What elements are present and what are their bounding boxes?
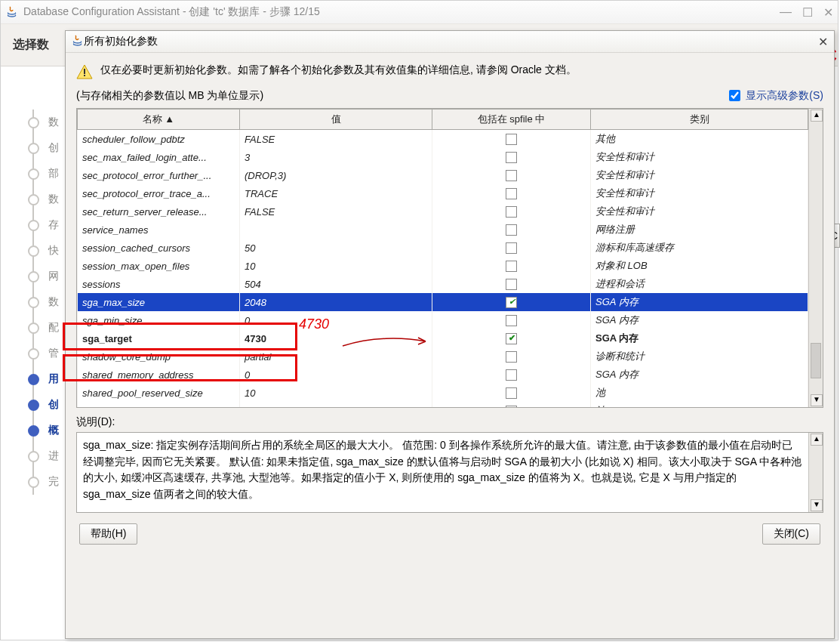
param-value[interactable]: 50: [240, 239, 432, 257]
param-value[interactable]: partial: [240, 347, 432, 366]
param-value[interactable]: 0: [240, 402, 432, 407]
maximize-icon[interactable]: ☐: [802, 5, 813, 20]
param-row[interactable]: service_names网络注册: [78, 221, 808, 239]
param-value[interactable]: 10: [240, 384, 432, 402]
param-spfile[interactable]: [432, 402, 591, 407]
param-row[interactable]: sec_protocol_error_trace_a...TRACE安全性和审计: [78, 184, 808, 202]
param-category: 池: [591, 384, 808, 402]
param-name: shared_pool_size: [78, 402, 240, 407]
step-node[interactable]: 存: [12, 212, 61, 238]
scroll-down-icon[interactable]: ▼: [811, 499, 823, 511]
param-row[interactable]: sga_min_size0SGA 内存: [78, 311, 808, 329]
col-spfile[interactable]: 包括在 spfile 中: [432, 110, 591, 130]
param-value[interactable]: TRACE: [240, 184, 432, 202]
param-row[interactable]: shared_memory_address0SGA 内存: [78, 366, 808, 384]
param-row[interactable]: sec_return_server_release...FALSE安全性和审计: [78, 202, 808, 221]
step-dot: [28, 143, 39, 154]
param-name: scheduler_follow_pdbtz: [78, 130, 240, 149]
param-spfile[interactable]: [432, 347, 591, 366]
param-spfile[interactable]: [432, 239, 591, 257]
param-value[interactable]: [240, 221, 432, 239]
param-spfile[interactable]: [432, 202, 591, 221]
step-node[interactable]: 创: [12, 392, 61, 418]
step-node[interactable]: 快: [12, 238, 61, 264]
step-node[interactable]: 部: [12, 161, 61, 187]
scroll-up-icon[interactable]: ▲: [811, 434, 823, 446]
close-icon[interactable]: ✕: [823, 5, 833, 20]
param-row[interactable]: shared_pool_size0池: [78, 402, 808, 407]
param-spfile[interactable]: [432, 166, 591, 184]
param-spfile[interactable]: [432, 275, 591, 293]
step-label: 存: [48, 218, 59, 232]
param-spfile[interactable]: [432, 221, 591, 239]
scroll-up-icon[interactable]: ▲: [811, 110, 823, 122]
help-button[interactable]: 帮助(H): [79, 523, 137, 545]
col-name[interactable]: 名称 ▲: [78, 110, 240, 130]
param-row[interactable]: shadow_core_dumppartial诊断和统计: [78, 347, 808, 366]
param-spfile[interactable]: [432, 293, 591, 311]
dialog-close-icon[interactable]: ✕: [818, 35, 828, 49]
step-dot: [28, 117, 39, 128]
col-value[interactable]: 值: [240, 110, 432, 130]
param-value[interactable]: 10: [240, 257, 432, 275]
step-label: 网: [48, 270, 59, 283]
step-node[interactable]: 创: [12, 135, 61, 161]
dialog-titlebar[interactable]: 所有初始化参数 ✕: [66, 31, 834, 53]
param-row[interactable]: session_cached_cursors50游标和库高速缓存: [78, 239, 808, 257]
step-node[interactable]: 管: [12, 341, 61, 366]
desc-scrollbar[interactable]: ▲ ▼: [808, 433, 823, 512]
step-node[interactable]: 概: [12, 418, 61, 443]
param-row[interactable]: sec_protocol_error_further_...(DROP,3)安全…: [78, 166, 808, 184]
param-value[interactable]: 4730: [240, 329, 432, 347]
param-name: sessions: [78, 275, 240, 293]
step-node[interactable]: 进: [12, 443, 61, 469]
param-value[interactable]: (DROP,3): [240, 166, 432, 184]
param-row[interactable]: sec_max_failed_login_atte...3安全性和审计: [78, 148, 808, 166]
param-spfile[interactable]: [432, 384, 591, 402]
param-category: 进程和会话: [591, 275, 808, 293]
col-category[interactable]: 类别: [591, 110, 808, 130]
param-row[interactable]: shared_pool_reserved_size10池: [78, 384, 808, 402]
param-name: sec_max_failed_login_atte...: [78, 148, 240, 166]
param-row[interactable]: sessions504进程和会话: [78, 275, 808, 293]
param-spfile[interactable]: [432, 184, 591, 202]
minimize-icon[interactable]: ―: [780, 5, 792, 20]
param-category: 安全性和审计: [591, 202, 808, 221]
param-value[interactable]: 0: [240, 311, 432, 329]
step-node[interactable]: 数: [12, 187, 61, 212]
step-node[interactable]: 数: [12, 110, 61, 135]
param-spfile[interactable]: [432, 329, 591, 347]
param-row[interactable]: sga_target4730SGA 内存: [78, 329, 808, 347]
param-value[interactable]: 2048: [240, 293, 432, 311]
description-text[interactable]: sga_max_size: 指定实例存活期间所占用的系统全局区的最大大小。 值范…: [77, 433, 808, 512]
show-advanced-checkbox[interactable]: 显示高级参数(S): [726, 88, 823, 103]
step-node[interactable]: 完: [12, 469, 61, 495]
param-value[interactable]: FALSE: [240, 130, 432, 149]
table-scrollbar[interactable]: ▲ ▼: [808, 109, 823, 407]
param-spfile[interactable]: [432, 257, 591, 275]
param-row[interactable]: scheduler_follow_pdbtzFALSE其他: [78, 130, 808, 149]
param-spfile[interactable]: [432, 148, 591, 166]
step-node[interactable]: 配: [12, 315, 61, 341]
step-node[interactable]: 数: [12, 289, 61, 315]
close-button[interactable]: 关闭(C): [762, 523, 820, 545]
param-value[interactable]: FALSE: [240, 202, 432, 221]
param-spfile[interactable]: [432, 311, 591, 329]
scroll-thumb[interactable]: [811, 343, 821, 378]
param-row[interactable]: sga_max_size2048SGA 内存: [78, 293, 808, 311]
param-spfile[interactable]: [432, 366, 591, 384]
param-value[interactable]: 3: [240, 148, 432, 166]
param-category: SGA 内存: [591, 311, 808, 329]
param-row[interactable]: session_max_open_files10对象和 LOB: [78, 257, 808, 275]
step-node[interactable]: 网: [12, 264, 61, 289]
param-value[interactable]: 0: [240, 366, 432, 384]
step-node[interactable]: 用: [12, 366, 61, 392]
param-category: 游标和库高速缓存: [591, 239, 808, 257]
param-value[interactable]: 504: [240, 275, 432, 293]
step-dot: [28, 297, 39, 308]
param-spfile[interactable]: [432, 130, 591, 149]
show-advanced-input[interactable]: [729, 90, 740, 101]
param-name: sec_return_server_release...: [78, 202, 240, 221]
params-table[interactable]: 名称 ▲ 值 包括在 spfile 中 类别 scheduler_follow_…: [76, 108, 823, 408]
scroll-down-icon[interactable]: ▼: [811, 394, 823, 406]
